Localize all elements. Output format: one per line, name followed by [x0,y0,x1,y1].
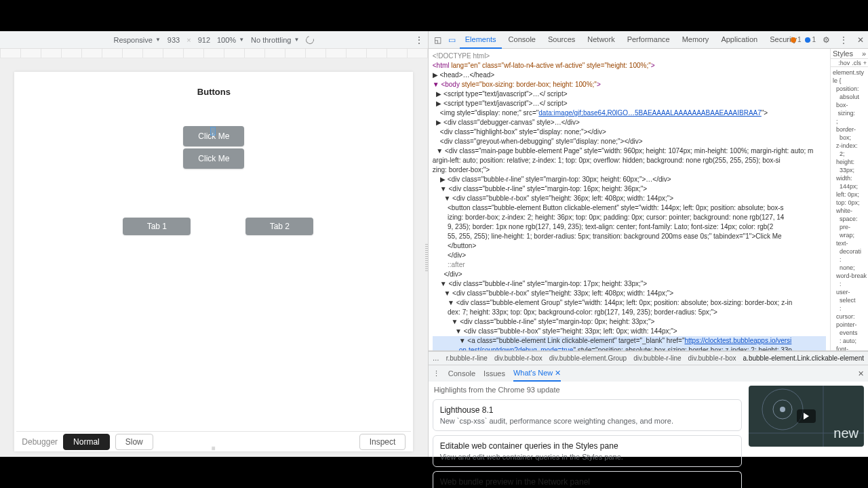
ruler [0,49,428,58]
news-card[interactable]: Editable web container queries in the St… [433,435,742,467]
responsive-dropdown[interactable]: Responsive▼ [113,36,160,44]
tab-performance[interactable]: Performance [622,31,675,48]
tab-network[interactable]: Network [582,31,620,48]
new-rule-icon[interactable]: + [863,60,867,66]
rotate-icon[interactable] [306,36,314,44]
styles-rules[interactable]: element.sty le { position: absolut box- … [831,67,868,350]
inspect-element-icon[interactable]: ◱ [431,35,444,45]
drawer-tab-console[interactable]: Console [448,369,475,378]
tab-application[interactable]: Application [715,31,763,48]
tab-console[interactable]: Console [503,31,541,48]
svg-point-2 [780,407,785,412]
whatsnew-headline: Highlights from the Chrome 93 update [433,386,742,395]
drawer-kebab-icon[interactable]: ⋮ [433,369,440,378]
page-title: Buttons [14,87,413,97]
zoom-dropdown[interactable]: 100%▼ [217,36,244,44]
tab-1-button[interactable]: Tab 1 [123,218,191,235]
styles-tab[interactable]: Styles [833,49,853,58]
styles-pane: Styles » :hov .cls + element.sty le { po… [830,49,868,350]
throttling-dropdown[interactable]: No throttling▼ [251,36,299,44]
viewport-width-input[interactable]: 933 [167,36,180,44]
selected-dom-node[interactable]: ▼ <a class="bubble-element Link clickabl… [433,336,826,350]
drawer-tabstrip: ⋮ Console Issues What's New ✕ ✕ [429,365,868,382]
device-toolbar-options-icon[interactable]: ⋮ [414,31,424,49]
drawer-tab-issues[interactable]: Issues [484,369,505,378]
cls-toggle[interactable]: .cls [852,60,861,66]
news-card[interactable]: Web bundle preview in the Network panel [433,471,742,488]
hov-toggle[interactable]: :hov [838,60,850,66]
drag-handle-icon[interactable]: ≡ [205,445,222,449]
error-count[interactable]: 1 [791,36,802,43]
debugger-label: Debugger [22,437,58,447]
inspect-button[interactable]: Inspect [359,434,406,450]
close-devtools-icon[interactable]: ✕ [854,35,867,45]
click-me-button-2[interactable]: Click Me [183,148,244,169]
elements-dom-tree[interactable]: <!DOCTYPE html> <html lang="en" class="w… [429,49,830,350]
pane-resize-handle[interactable] [425,244,428,271]
close-tab-icon[interactable]: ✕ [555,369,561,377]
tab-2-button[interactable]: Tab 2 [245,218,313,235]
thumb-caption: new [833,426,859,441]
devtools-kebab-icon[interactable]: ⋮ [837,35,850,45]
dimension-separator: × [186,36,191,44]
viewport-height-input[interactable]: 912 [198,36,210,44]
settings-gear-icon[interactable]: ⚙ [820,35,833,45]
dom-breadcrumbs[interactable]: … r.bubble-r-line div.bubble-r-box div.b… [429,351,868,365]
device-mode-icon[interactable]: ▭ [446,35,458,45]
page-canvas: Buttons Click Me Click Me Tab 1 Tab 2 De… [14,72,413,451]
whatsnew-video-thumb[interactable]: new [749,386,864,447]
speed-slow-button[interactable]: Slow [115,434,153,450]
news-card[interactable]: Lighthouse 8.1New `csp-xss` audit, perfo… [433,399,742,431]
tab-elements[interactable]: Elements [460,31,502,49]
devtools-tabstrip: ◱ ▭ Elements Console Sources Network Per… [429,31,868,49]
play-icon [797,409,816,423]
speed-normal-button[interactable]: Normal [63,434,110,450]
drawer-tab-whatsnew[interactable]: What's New ✕ [513,365,561,382]
styles-overflow-icon[interactable]: » [862,49,866,58]
tab-sources[interactable]: Sources [542,31,580,48]
issue-count[interactable]: 1 [805,36,816,43]
device-toolbar: Responsive▼ 933 × 912 100%▼ No throttlin… [0,31,428,49]
drawer-close-icon[interactable]: ✕ [858,369,864,378]
click-me-button-1[interactable]: Click Me [183,126,244,146]
tab-memory[interactable]: Memory [677,31,715,48]
